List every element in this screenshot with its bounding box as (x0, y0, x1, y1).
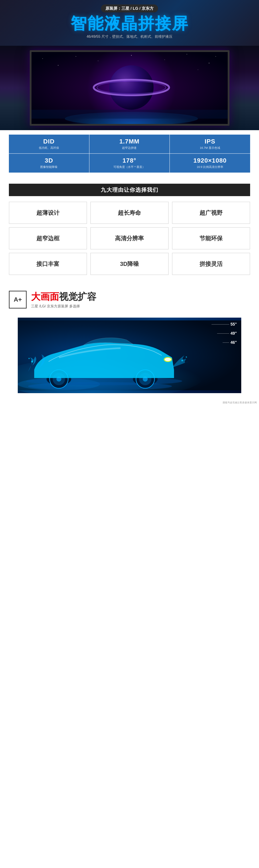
spec-main-5: 1920×1080 (174, 157, 246, 164)
watermark-text: 搜狐号@无锡云客多媒体显示网 (223, 401, 257, 404)
feature-cell-6: 接口丰富 (9, 253, 87, 275)
svg-point-8 (208, 63, 209, 64)
aplus-section: A+ 大画面视觉扩容 三星 /LG/ 京东方原装屏 多选择 (0, 282, 259, 318)
spec-sub-2: 16.7M 显示色域 (174, 146, 246, 150)
feature-cell-5: 节能环保 (172, 227, 250, 249)
spec-sub-5: 16:9 比例高清分辨率 (174, 165, 246, 169)
feature-cell-7: 3D降噪 (90, 253, 168, 275)
size-tag-55: 55" (212, 322, 237, 327)
size-line-49 (217, 333, 229, 334)
svg-point-3 (76, 56, 76, 57)
svg-point-35 (181, 360, 183, 361)
svg-point-7 (187, 54, 187, 54)
car-section: 55" 49" 46" (18, 318, 241, 393)
features-grid: 超薄设计 超长寿命 超广视野 超窄边框 高清分辨率 节能环保 接口丰富 3D降噪… (9, 202, 250, 275)
svg-point-13 (109, 65, 154, 110)
brand-label: 原装屏：三星 / LG / 京东方 (105, 6, 154, 11)
aplus-headline: 大画面视觉扩容 (31, 290, 96, 303)
size-line-55 (212, 324, 229, 324)
svg-point-32 (165, 358, 171, 361)
watermark: 搜狐号@无锡云客多媒体显示网 (0, 400, 259, 405)
main-title: 智能液晶拼接屏 (9, 15, 250, 32)
feature-cell-8: 拼接灵活 (172, 253, 250, 275)
space-background-svg (32, 52, 228, 124)
spec-main-0: DID (13, 138, 85, 145)
hero-display (0, 46, 259, 130)
display-frame (30, 50, 229, 126)
aplus-badge: A+ (9, 291, 27, 309)
size-tag-49: 49" (212, 331, 237, 336)
spec-cell-0: DID 低功耗、高环保 (9, 134, 89, 153)
spec-cell-5: 1920×1080 16:9 比例高清分辨率 (170, 154, 250, 173)
spec-cell-3: 3D 图像智能降噪 (9, 154, 89, 173)
sub-title: 46/49/55 尺寸，壁挂式、落地式、机柜式、前维护液压 (9, 34, 250, 39)
feature-cell-0: 超薄设计 (9, 202, 87, 224)
size-label-46: 46" (230, 340, 237, 345)
screen-sizes-container: 55" 49" 46" (212, 322, 237, 349)
aplus-headline-part1: 大画面 (31, 291, 59, 302)
svg-point-36 (186, 356, 187, 358)
svg-point-2 (58, 65, 58, 66)
svg-point-1 (42, 58, 43, 59)
svg-point-34 (28, 358, 30, 359)
feature-cell-4: 高清分辨率 (90, 227, 168, 249)
aplus-headline-part2: 视觉扩容 (59, 291, 96, 302)
brand-badge: 原装屏：三星 / LG / 京东方 (101, 4, 158, 12)
feature-cell-3: 超窄边框 (9, 227, 87, 249)
svg-rect-17 (32, 110, 228, 119)
spec-sub-0: 低功耗、高环保 (13, 146, 85, 150)
spec-cell-2: IPS 16.7M 显示色域 (170, 134, 250, 153)
spec-main-3: 3D (13, 157, 85, 164)
car-display-svg (18, 318, 241, 393)
spec-sub-4: 可视角度（水平＊垂直） (94, 165, 165, 169)
spec-sub-3: 图像智能降噪 (13, 165, 85, 169)
aplus-content: A+ 大画面视觉扩容 三星 /LG/ 京东方原装屏 多选择 (9, 290, 250, 309)
size-label-49: 49" (230, 331, 237, 336)
svg-point-10 (198, 69, 198, 70)
spec-main-1: 1.7MM (94, 138, 165, 145)
size-line-46 (223, 342, 229, 343)
spec-main-2: IPS (174, 138, 246, 145)
svg-point-33 (31, 361, 33, 363)
car-section-wrapper: 55" 49" 46" (0, 318, 259, 393)
reasons-section: 九大理由让你选择我们 超薄设计 超长寿命 超广视野 超窄边框 高清分辨率 节能环… (0, 177, 259, 282)
spec-cell-1: 1.7MM 超窄边拼缝 (90, 134, 170, 153)
specs-section: DID 低功耗、高环保 1.7MM 超窄边拼缝 IPS 16.7M 显示色域 3… (0, 130, 259, 177)
spec-cell-4: 178° 可视角度（水平＊垂直） (90, 154, 170, 173)
header-section: 原装屏：三星 / LG / 京东方 智能液晶拼接屏 46/49/55 尺寸，壁挂… (0, 0, 259, 46)
feature-cell-1: 超长寿命 (90, 202, 168, 224)
feature-cell-2: 超广视野 (172, 202, 250, 224)
svg-point-9 (216, 56, 216, 57)
spec-sub-1: 超窄边拼缝 (94, 146, 165, 150)
size-label-55: 55" (230, 322, 237, 327)
spec-main-4: 178° (94, 157, 165, 164)
size-tag-46: 46" (212, 340, 237, 345)
aplus-desc: 三星 /LG/ 京东方原装屏 多选择 (31, 304, 96, 309)
section-title-bar: 九大理由让你选择我们 (9, 184, 250, 196)
aplus-text-block: 大画面视觉扩容 三星 /LG/ 京东方原装屏 多选择 (31, 290, 96, 309)
